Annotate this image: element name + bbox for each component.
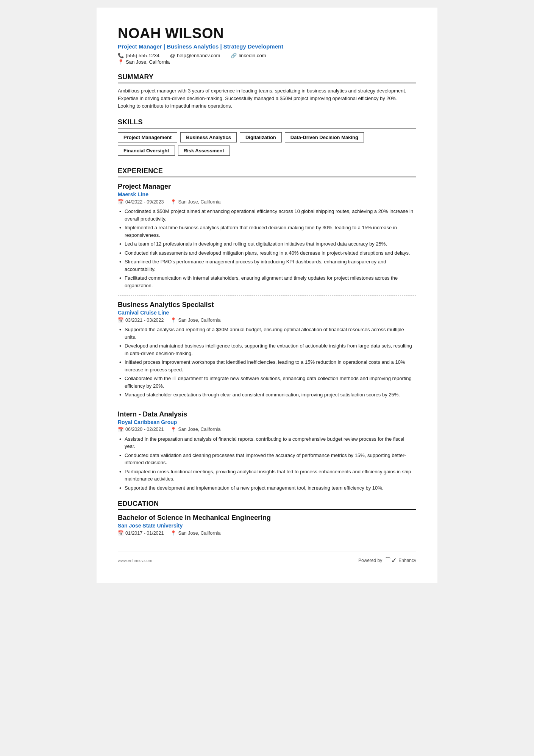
education-title: EDUCATION xyxy=(118,500,416,510)
location-contact: 📍 San Jose, California xyxy=(118,59,170,65)
calendar-icon: 📅 xyxy=(118,530,124,536)
edu-date: 📅 01/2017 - 01/2021 xyxy=(118,530,164,536)
phone-number: (555) 555-1234 xyxy=(126,53,159,58)
calendar-icon: 📅 xyxy=(118,199,124,205)
edu-meta: 📅 01/2017 - 01/2021 📍 San Jose, Californ… xyxy=(118,530,416,536)
job-bullet: Conducted data validation and cleaning p… xyxy=(118,452,416,466)
calendar-icon: 📅 xyxy=(118,317,124,323)
linkedin-url: linkedin.com xyxy=(239,53,266,58)
job-bullet: Conducted risk assessments and developed… xyxy=(118,249,416,257)
job-bullet: Facilitated communication with internal … xyxy=(118,274,416,289)
powered-by-text: Powered by xyxy=(358,558,382,563)
job-bullet: Initiated process improvement workshops … xyxy=(118,358,416,373)
phone-contact: 📞 (555) 555-1234 xyxy=(118,53,159,58)
experience-title: EXPERIENCE xyxy=(118,167,416,177)
candidate-title: Project Manager | Business Analytics | S… xyxy=(118,43,416,50)
education-section: EDUCATION Bachelor of Science in Mechani… xyxy=(118,500,416,536)
job-bullet: Participated in cross-functional meeting… xyxy=(118,468,416,483)
job-title: Project Manager xyxy=(118,183,416,191)
job-entry: Project ManagerMaersk Line 📅 04/2022 - 0… xyxy=(118,183,416,289)
job-title: Business Analytics Specialist xyxy=(118,301,416,309)
email-address: help@enhancv.com xyxy=(177,53,220,58)
linkedin-icon: 🔗 xyxy=(231,53,237,58)
job-meta: 📅 06/2020 - 02/2021 📍 San Jose, Californ… xyxy=(118,427,416,432)
summary-title: SUMMARY xyxy=(118,73,416,83)
job-meta: 📅 04/2022 - 09/2023 📍 San Jose, Californ… xyxy=(118,199,416,205)
skills-container: Project ManagementBusiness AnalyticsDigi… xyxy=(118,132,416,159)
location-pin-icon: 📍 xyxy=(170,427,176,432)
job-bullet: Coordinated a $50M project aimed at enha… xyxy=(118,208,416,222)
experience-section: EXPERIENCE Project ManagerMaersk Line 📅 … xyxy=(118,167,416,491)
edu-degree: Bachelor of Science in Mechanical Engine… xyxy=(118,514,416,522)
job-bullet: Managed stakeholder expectations through… xyxy=(118,391,416,399)
job-bullet: Streamlined the PMO's performance manage… xyxy=(118,258,416,273)
phone-icon: 📞 xyxy=(118,53,124,58)
skill-badge: Data-Driven Decision Making xyxy=(285,132,364,142)
job-bullet: Collaborated with the IT department to i… xyxy=(118,375,416,390)
job-title: Intern - Data Analysis xyxy=(118,410,416,418)
location-pin-icon: 📍 xyxy=(170,530,176,536)
location-row: 📍 San Jose, California xyxy=(118,59,416,65)
job-location: 📍 San Jose, California xyxy=(170,199,220,205)
job-bullet: Supported the analysis and reporting of … xyxy=(118,326,416,341)
skill-badge: Project Management xyxy=(118,132,177,142)
location-text: San Jose, California xyxy=(126,59,170,65)
job-company: Maersk Line xyxy=(118,191,416,197)
contact-row: 📞 (555) 555-1234 @ help@enhancv.com 🔗 li… xyxy=(118,53,416,58)
candidate-name: NOAH WILSON xyxy=(118,26,416,42)
skills-section: SKILLS Project ManagementBusiness Analyt… xyxy=(118,118,416,159)
job-date: 📅 03/2021 - 03/2022 xyxy=(118,317,164,323)
job-company: Royal Caribbean Group xyxy=(118,419,416,425)
email-contact: @ help@enhancv.com xyxy=(170,53,220,58)
email-icon: @ xyxy=(170,53,175,58)
job-date: 📅 06/2020 - 02/2021 xyxy=(118,427,164,432)
skills-title: SKILLS xyxy=(118,118,416,128)
exp-divider xyxy=(118,295,416,296)
experience-container: Project ManagerMaersk Line 📅 04/2022 - 0… xyxy=(118,183,416,491)
summary-section: SUMMARY Ambitious project manager with 3… xyxy=(118,73,416,110)
skill-badge: Risk Assessment xyxy=(178,146,230,156)
location-pin-icon: 📍 xyxy=(170,199,176,205)
edu-location: 📍 San Jose, California xyxy=(170,530,220,536)
enhancv-logo: ⌒✓ Enhancv xyxy=(384,556,416,565)
enhancv-symbol: ⌒✓ xyxy=(384,556,397,565)
resume-page: NOAH WILSON Project Manager | Business A… xyxy=(97,8,437,583)
job-bullet: Assisted in the preparation and analysis… xyxy=(118,435,416,450)
footer-website: www.enhancv.com xyxy=(118,558,152,563)
job-bullets: Coordinated a $50M project aimed at enha… xyxy=(118,208,416,289)
job-bullet: Developed and maintained business intell… xyxy=(118,342,416,357)
education-container: Bachelor of Science in Mechanical Engine… xyxy=(118,514,416,536)
edu-school: San Jose State University xyxy=(118,523,416,529)
job-meta: 📅 03/2021 - 03/2022 📍 San Jose, Californ… xyxy=(118,317,416,323)
job-bullet: Implemented a real-time business analyti… xyxy=(118,224,416,239)
exp-divider xyxy=(118,405,416,405)
job-bullet: Supported the development and implementa… xyxy=(118,484,416,492)
job-company: Carnival Cruise Line xyxy=(118,310,416,316)
linkedin-contact: 🔗 linkedin.com xyxy=(231,53,266,58)
job-location: 📍 San Jose, California xyxy=(170,317,220,323)
job-bullets: Supported the analysis and reporting of … xyxy=(118,326,416,399)
calendar-icon: 📅 xyxy=(118,427,124,432)
job-entry: Business Analytics SpecialistCarnival Cr… xyxy=(118,301,416,399)
job-bullet: Led a team of 12 professionals in develo… xyxy=(118,240,416,248)
job-entry: Intern - Data AnalysisRoyal Caribbean Gr… xyxy=(118,410,416,492)
header-section: NOAH WILSON Project Manager | Business A… xyxy=(118,26,416,65)
job-bullets: Assisted in the preparation and analysis… xyxy=(118,435,416,492)
brand-name: Enhancv xyxy=(398,558,416,563)
location-icon: 📍 xyxy=(118,59,124,65)
job-date: 📅 04/2022 - 09/2023 xyxy=(118,199,164,205)
skill-badge: Business Analytics xyxy=(180,132,237,142)
footer-brand: Powered by ⌒✓ Enhancv xyxy=(358,556,416,565)
footer: www.enhancv.com Powered by ⌒✓ Enhancv xyxy=(118,551,416,565)
location-pin-icon: 📍 xyxy=(170,317,176,323)
skill-badge: Digitalization xyxy=(240,132,282,142)
summary-text: Ambitious project manager with 3 years o… xyxy=(118,87,416,110)
skill-badge: Financial Oversight xyxy=(118,146,175,156)
job-location: 📍 San Jose, California xyxy=(170,427,220,432)
